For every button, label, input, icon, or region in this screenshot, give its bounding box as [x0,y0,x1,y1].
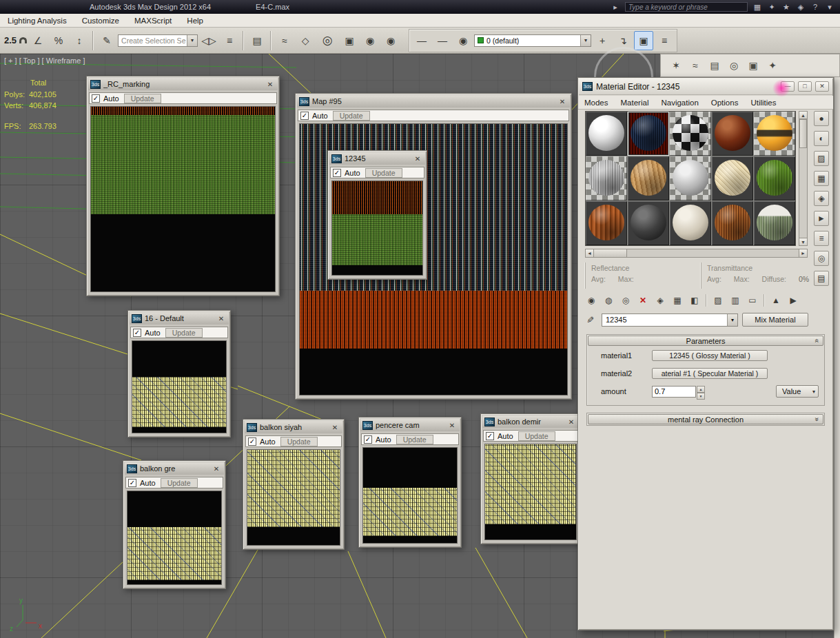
help-icon[interactable]: ? [810,3,820,11]
sample-type-icon[interactable]: ● [814,111,829,126]
menu-maxscript[interactable]: MAXScript [127,14,179,27]
chevron-down-icon[interactable]: ▾ [727,314,737,326]
auto-checkbox[interactable]: ✓ [92,94,100,103]
auto-checkbox[interactable]: ✓ [333,169,341,177]
menu-options[interactable]: Options [705,99,745,107]
pin-icon[interactable]: ◈ [796,3,806,12]
map-window-rc-marking[interactable]: 3ds _RC_marking ✕ ✓ Auto Update [86,76,280,296]
scrollbar-thumb[interactable] [594,249,627,257]
amount-spinner[interactable]: ▲ ▼ [697,386,705,398]
material-sample-slot[interactable] [628,201,669,245]
window-titlebar[interactable]: 3ds balkon demir ✕ [482,415,579,428]
dash-line-icon[interactable]: — [433,31,452,50]
auto-checkbox[interactable]: ✓ [133,329,141,337]
close-icon[interactable]: ✕ [447,422,458,429]
put-to-library-icon[interactable]: ▦ [670,294,685,307]
close-icon[interactable]: ✕ [557,98,568,105]
background-icon[interactable]: ▨ [814,151,829,166]
tab-motion-icon[interactable]: ◎ [726,57,742,74]
percent-snap-icon[interactable]: % [49,31,68,50]
menu-material[interactable]: Material [615,99,655,107]
map-window-16-default[interactable]: 3ds 16 - Default ✕ ✓ Auto Update [127,310,231,438]
tab-utilities-icon[interactable]: ✦ [764,57,781,74]
spinner-up-icon[interactable]: ▲ [697,386,705,393]
maximize-button[interactable]: □ [798,81,812,92]
put-material-icon[interactable]: ◍ [601,294,616,307]
layer-combo[interactable]: 0 (default) ▾ [474,34,591,47]
align-icon[interactable]: ≡ [220,31,239,50]
app-titlebar[interactable]: Autodesk 3ds Max Design 2012 x64 E4-C.ma… [0,0,840,14]
update-button[interactable]: Update [280,437,318,446]
tab-modify-icon[interactable]: ≈ [687,57,704,74]
menu-navigation[interactable]: Navigation [655,99,704,107]
material-sample-slot[interactable] [670,156,711,200]
auto-checkbox[interactable]: ✓ [128,479,136,487]
schematic-view-icon[interactable]: ◇ [296,31,315,50]
angle-snap-icon[interactable]: ∠ [28,31,48,50]
backlight-icon[interactable]: ◐ [814,131,829,146]
draw-line-icon[interactable]: — [412,31,431,50]
menu-utilities[interactable]: Utilities [744,99,782,107]
get-material-icon[interactable]: ◉ [584,294,599,307]
eye-icon[interactable]: ◉ [453,31,473,50]
search-go-icon[interactable]: ▸ [611,3,620,12]
show-background-icon[interactable]: ▨ [710,294,726,307]
window-titlebar[interactable]: 3ds _RC_marking ✕ [88,78,278,90]
mirror-icon[interactable]: ◁▷ [199,31,218,50]
subscription-key-icon[interactable]: ✦ [767,3,777,12]
menu-lighting-analysis[interactable]: Lighting Analysis [0,14,74,27]
close-button[interactable]: ✕ [815,81,829,92]
make-unique-icon[interactable]: ◈ [653,294,668,307]
window-titlebar[interactable]: 3ds 16 - Default ✕ [130,312,229,325]
material-type-button[interactable]: Mix Material [742,313,808,327]
close-icon[interactable]: ✕ [265,81,276,88]
scrollbar-thumb[interactable] [799,119,807,148]
video-color-check-icon[interactable]: ◈ [814,191,829,206]
palette-vertical-scrollbar[interactable]: ▲ ▼ [799,111,808,246]
window-titlebar[interactable]: 3ds Map #95 ✕ [297,95,570,107]
sample-tiling-icon[interactable]: ▦ [814,171,829,186]
material-sample-slot[interactable] [754,112,795,156]
material-sample-slot[interactable] [586,201,627,245]
map-window-balkon-gre[interactable]: 3ds balkon gre ✕ ✓ Auto Update [123,460,226,589]
help-dropdown-icon[interactable]: ▾ [825,3,834,12]
map-window-pencere-cam[interactable]: 3ds pencere cam ✕ ✓ Auto Update [358,417,462,548]
render-iterative-icon[interactable]: ◉ [381,31,400,50]
assign-material-icon[interactable]: ◎ [618,294,633,307]
go-to-parent-icon[interactable]: ▲ [768,294,783,307]
parameters-rollout-header[interactable]: Parameters « [588,336,823,346]
map-window-balkon-demir[interactable]: 3ds balkon demir ✕ ✓ Auto Update [480,413,581,544]
material1-button[interactable]: 12345 ( Glossy Material ) [652,350,768,361]
select-objects-in-layer-icon[interactable]: ▣ [634,31,653,50]
scroll-up-icon[interactable]: ▲ [799,112,807,119]
spinner-snap-icon[interactable]: ↕ [70,31,89,50]
material-name-combo[interactable]: 12345 ▾ [602,313,738,327]
layer-properties-icon[interactable]: ≡ [655,31,674,50]
menu-modes[interactable]: Modes [578,99,615,107]
material-sample-slot[interactable] [586,156,627,200]
tab-display-icon[interactable]: ▣ [745,57,761,74]
scroll-left-icon[interactable]: ◄ [586,249,594,257]
close-icon[interactable]: ✕ [329,424,340,431]
amount-input[interactable] [652,386,696,398]
update-button[interactable]: Update [124,94,161,103]
material2-button[interactable]: aterial #1 ( Specular Material ) [652,368,768,379]
material-editor-titlebar[interactable]: 3ds Material Editor - 12345 — □ ✕ [579,79,832,95]
favorites-icon[interactable]: ★ [781,3,791,12]
auto-checkbox[interactable]: ✓ [300,112,309,120]
show-end-result-icon[interactable]: ▭ [745,294,760,307]
menu-help[interactable]: Help [179,14,211,27]
palette-horizontal-scrollbar[interactable]: ◄ ► [585,249,808,258]
update-button[interactable]: Update [161,478,198,488]
spinner-down-icon[interactable]: ▼ [697,393,705,400]
material-editor-window[interactable]: 3ds Material Editor - 12345 — □ ✕ Modes … [577,77,834,630]
material-sample-slot[interactable] [712,156,753,200]
update-button[interactable]: Update [333,111,370,121]
auto-checkbox[interactable]: ✓ [486,432,494,440]
material-sample-slot[interactable] [628,156,669,200]
material-sample-slot[interactable] [754,201,795,245]
named-selection-sets-icon[interactable]: ✎ [97,31,116,50]
selection-set-combo[interactable]: Create Selection Se ▾ [118,34,198,47]
render-setup-icon[interactable]: ◎ [316,31,338,50]
tab-create-icon[interactable]: ✶ [668,57,684,74]
